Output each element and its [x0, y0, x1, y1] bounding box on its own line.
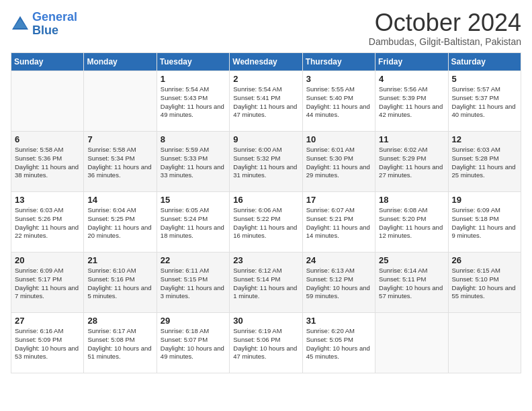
calendar-cell	[84, 71, 157, 132]
cell-info: Sunrise: 6:08 AM Sunset: 5:20 PM Dayligh…	[379, 206, 444, 240]
day-number: 10	[306, 134, 371, 144]
calendar-week-row: 1Sunrise: 5:54 AM Sunset: 5:43 PM Daylig…	[11, 71, 521, 132]
calendar-body: 1Sunrise: 5:54 AM Sunset: 5:43 PM Daylig…	[11, 71, 521, 373]
cell-info: Sunrise: 6:09 AM Sunset: 5:18 PM Dayligh…	[452, 206, 517, 240]
cell-info: Sunrise: 6:18 AM Sunset: 5:07 PM Dayligh…	[161, 327, 226, 361]
day-number: 31	[306, 316, 371, 326]
calendar-header: SundayMondayTuesdayWednesdayThursdayFrid…	[11, 53, 521, 71]
logo-blue: Blue	[32, 24, 58, 37]
column-header-wednesday: Wednesday	[230, 53, 302, 71]
day-number: 17	[306, 195, 371, 205]
cell-info: Sunrise: 5:54 AM Sunset: 5:41 PM Dayligh…	[233, 85, 298, 120]
cell-info: Sunrise: 6:01 AM Sunset: 5:30 PM Dayligh…	[306, 146, 371, 180]
cell-info: Sunrise: 6:10 AM Sunset: 5:16 PM Dayligh…	[87, 267, 152, 301]
cell-info: Sunrise: 5:56 AM Sunset: 5:39 PM Dayligh…	[379, 85, 444, 120]
cell-info: Sunrise: 5:58 AM Sunset: 5:36 PM Dayligh…	[15, 146, 80, 180]
cell-info: Sunrise: 5:54 AM Sunset: 5:43 PM Dayligh…	[161, 85, 226, 120]
cell-info: Sunrise: 6:14 AM Sunset: 5:11 PM Dayligh…	[379, 267, 444, 301]
calendar-cell: 30Sunrise: 6:19 AM Sunset: 5:06 PM Dayli…	[230, 313, 302, 373]
calendar-cell: 24Sunrise: 6:13 AM Sunset: 5:12 PM Dayli…	[302, 253, 375, 313]
calendar-cell: 15Sunrise: 6:05 AM Sunset: 5:24 PM Dayli…	[157, 192, 229, 253]
day-number: 26	[452, 255, 517, 265]
day-number: 8	[161, 134, 226, 144]
day-number: 23	[233, 255, 298, 265]
logo-icon	[11, 15, 30, 34]
cell-info: Sunrise: 6:17 AM Sunset: 5:08 PM Dayligh…	[87, 327, 152, 361]
day-number: 2	[233, 74, 298, 84]
calendar-cell: 6Sunrise: 5:58 AM Sunset: 5:36 PM Daylig…	[11, 132, 84, 192]
calendar-cell: 19Sunrise: 6:09 AM Sunset: 5:18 PM Dayli…	[448, 192, 521, 253]
calendar-cell	[11, 71, 84, 132]
calendar-week-row: 6Sunrise: 5:58 AM Sunset: 5:36 PM Daylig…	[11, 132, 521, 192]
day-number: 5	[452, 74, 517, 84]
calendar-cell: 3Sunrise: 5:55 AM Sunset: 5:40 PM Daylig…	[302, 71, 375, 132]
day-number: 20	[15, 255, 80, 265]
cell-info: Sunrise: 6:04 AM Sunset: 5:25 PM Dayligh…	[87, 206, 152, 240]
logo: General Blue	[11, 11, 77, 38]
svg-marker-1	[13, 19, 27, 28]
cell-info: Sunrise: 5:55 AM Sunset: 5:40 PM Dayligh…	[306, 85, 371, 120]
calendar-cell: 12Sunrise: 6:03 AM Sunset: 5:28 PM Dayli…	[448, 132, 521, 192]
column-header-thursday: Thursday	[302, 53, 375, 71]
title-block: October 2024 Dambudas, Gilgit-Baltistan,…	[369, 11, 521, 47]
calendar-cell: 25Sunrise: 6:14 AM Sunset: 5:11 PM Dayli…	[375, 253, 448, 313]
day-number: 19	[452, 195, 517, 205]
day-number: 27	[15, 316, 80, 326]
cell-info: Sunrise: 5:57 AM Sunset: 5:37 PM Dayligh…	[452, 85, 517, 120]
day-number: 6	[15, 134, 80, 144]
day-number: 13	[15, 195, 80, 205]
column-header-tuesday: Tuesday	[157, 53, 229, 71]
calendar-cell: 28Sunrise: 6:17 AM Sunset: 5:08 PM Dayli…	[84, 313, 157, 373]
day-number: 7	[87, 134, 152, 144]
calendar-cell: 22Sunrise: 6:11 AM Sunset: 5:15 PM Dayli…	[157, 253, 229, 313]
logo-general: General	[32, 10, 77, 24]
cell-info: Sunrise: 6:05 AM Sunset: 5:24 PM Dayligh…	[161, 206, 226, 240]
day-number: 1	[161, 74, 226, 84]
calendar-cell: 21Sunrise: 6:10 AM Sunset: 5:16 PM Dayli…	[84, 253, 157, 313]
day-number: 29	[161, 316, 226, 326]
logo-text: General Blue	[32, 11, 77, 38]
day-number: 11	[379, 134, 444, 144]
cell-info: Sunrise: 6:15 AM Sunset: 5:10 PM Dayligh…	[452, 267, 517, 301]
calendar-cell: 1Sunrise: 5:54 AM Sunset: 5:43 PM Daylig…	[157, 71, 229, 132]
day-number: 30	[233, 316, 298, 326]
calendar-week-row: 13Sunrise: 6:03 AM Sunset: 5:26 PM Dayli…	[11, 192, 521, 253]
column-header-friday: Friday	[375, 53, 448, 71]
month-title: October 2024	[369, 11, 521, 35]
cell-info: Sunrise: 6:16 AM Sunset: 5:09 PM Dayligh…	[15, 327, 80, 361]
cell-info: Sunrise: 6:02 AM Sunset: 5:29 PM Dayligh…	[379, 146, 444, 180]
calendar-cell: 16Sunrise: 6:06 AM Sunset: 5:22 PM Dayli…	[230, 192, 302, 253]
calendar-cell: 4Sunrise: 5:56 AM Sunset: 5:39 PM Daylig…	[375, 71, 448, 132]
calendar-cell: 11Sunrise: 6:02 AM Sunset: 5:29 PM Dayli…	[375, 132, 448, 192]
day-number: 3	[306, 74, 371, 84]
day-number: 21	[87, 255, 152, 265]
day-number: 25	[379, 255, 444, 265]
day-number: 15	[161, 195, 226, 205]
cell-info: Sunrise: 6:19 AM Sunset: 5:06 PM Dayligh…	[233, 327, 298, 361]
header: General Blue October 2024 Dambudas, Gilg…	[11, 11, 521, 47]
cell-info: Sunrise: 5:59 AM Sunset: 5:33 PM Dayligh…	[161, 146, 226, 180]
column-header-monday: Monday	[84, 53, 157, 71]
calendar-cell: 18Sunrise: 6:08 AM Sunset: 5:20 PM Dayli…	[375, 192, 448, 253]
cell-info: Sunrise: 6:07 AM Sunset: 5:21 PM Dayligh…	[306, 206, 371, 240]
day-number: 18	[379, 195, 444, 205]
column-header-saturday: Saturday	[448, 53, 521, 71]
calendar-cell: 2Sunrise: 5:54 AM Sunset: 5:41 PM Daylig…	[230, 71, 302, 132]
cell-info: Sunrise: 6:03 AM Sunset: 5:28 PM Dayligh…	[452, 146, 517, 180]
cell-info: Sunrise: 5:58 AM Sunset: 5:34 PM Dayligh…	[87, 146, 152, 180]
calendar-cell	[375, 313, 448, 373]
calendar-cell: 26Sunrise: 6:15 AM Sunset: 5:10 PM Dayli…	[448, 253, 521, 313]
calendar-cell	[448, 313, 521, 373]
header-row: SundayMondayTuesdayWednesdayThursdayFrid…	[11, 53, 521, 71]
calendar-cell: 10Sunrise: 6:01 AM Sunset: 5:30 PM Dayli…	[302, 132, 375, 192]
calendar-cell: 31Sunrise: 6:20 AM Sunset: 5:05 PM Dayli…	[302, 313, 375, 373]
cell-info: Sunrise: 6:03 AM Sunset: 5:26 PM Dayligh…	[15, 206, 80, 240]
calendar-cell: 20Sunrise: 6:09 AM Sunset: 5:17 PM Dayli…	[11, 253, 84, 313]
location-title: Dambudas, Gilgit-Baltistan, Pakistan	[369, 36, 521, 47]
cell-info: Sunrise: 6:12 AM Sunset: 5:14 PM Dayligh…	[233, 267, 298, 301]
cell-info: Sunrise: 6:06 AM Sunset: 5:22 PM Dayligh…	[233, 206, 298, 240]
cell-info: Sunrise: 6:20 AM Sunset: 5:05 PM Dayligh…	[306, 327, 371, 361]
calendar-cell: 9Sunrise: 6:00 AM Sunset: 5:32 PM Daylig…	[230, 132, 302, 192]
calendar-week-row: 20Sunrise: 6:09 AM Sunset: 5:17 PM Dayli…	[11, 253, 521, 313]
day-number: 24	[306, 255, 371, 265]
